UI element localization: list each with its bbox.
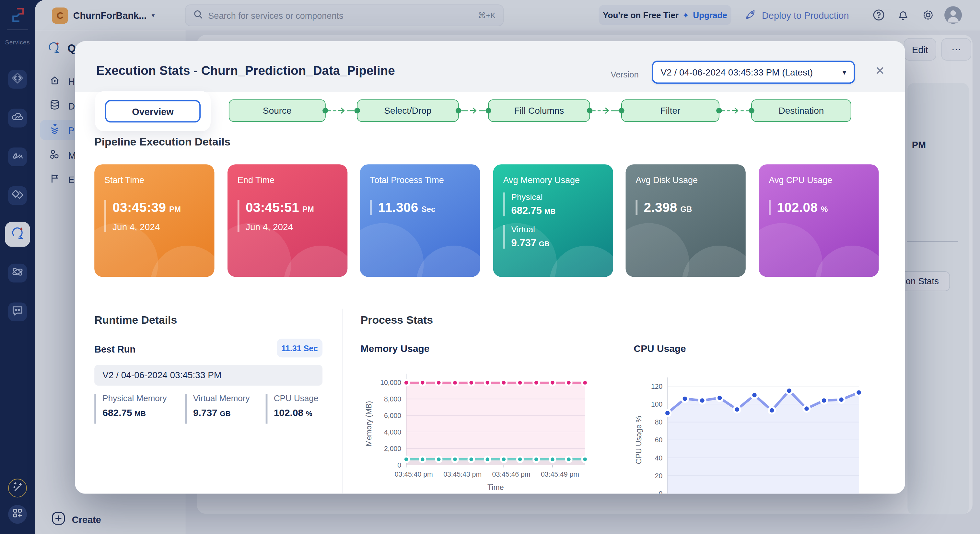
arrow-icon — [337, 107, 345, 114]
svg-text:120: 120 — [651, 383, 662, 390]
end-time-value: 03:45:51 — [246, 200, 299, 214]
end-date: Jun 4, 2024 — [246, 222, 337, 232]
svg-text:6,000: 6,000 — [384, 412, 401, 419]
start-date: Jun 4, 2024 — [113, 222, 204, 232]
best-run-version: V2 / 04-06-2024 03:45:33 PM — [94, 365, 323, 386]
process-time-value: 11.306 — [378, 200, 418, 214]
runtime-stat-physical: Physical Memory 682.75MB — [94, 394, 178, 424]
end-time-card: End Time 03:45:51PM Jun 4, 2024 — [228, 164, 347, 277]
tab-overview[interactable]: Overview — [105, 100, 200, 122]
version-label: Version — [611, 70, 639, 79]
process-stats-heading: Process Stats — [361, 314, 433, 327]
cpu-value: 102.08 — [777, 200, 818, 214]
svg-text:20: 20 — [655, 472, 663, 480]
memory-usage-chart: 02,0004,0006,0008,00010,00003:45:40 pm03… — [363, 366, 600, 494]
step-connector — [722, 106, 749, 115]
start-time-value: 03:45:39 — [113, 200, 166, 214]
step-connector — [592, 106, 619, 115]
svg-text:Time: Time — [487, 483, 504, 491]
best-run-label: Best Run — [94, 344, 135, 354]
version-value: V2 / 04-06-2024 03:45:33 PM (Latest) — [660, 67, 842, 77]
total-process-time-card: Total Process Time 11.306Sec — [360, 164, 480, 277]
cpu-usage-chart: 020406080100120CPU Usage % — [634, 366, 872, 494]
step-fill-columns[interactable]: Fill Columns — [488, 100, 590, 122]
avg-memory-card: Avg Memory Usage Physical 682.75MB Virtu… — [493, 164, 613, 277]
svg-text:4,000: 4,000 — [384, 428, 401, 436]
cpu-chart-title: CPU Usage — [634, 343, 686, 354]
step-connector — [461, 106, 485, 115]
start-time-card: Start Time 03:45:39PM Jun 4, 2024 — [94, 164, 214, 277]
svg-text:60: 60 — [655, 436, 663, 443]
step-select-drop[interactable]: Select/Drop — [357, 100, 458, 122]
step-destination[interactable]: Destination — [751, 100, 851, 122]
arrow-icon — [601, 107, 609, 114]
runtime-details-heading: Runtime Details — [94, 314, 177, 327]
svg-text:03:45:40 pm: 03:45:40 pm — [395, 471, 433, 478]
app-viewport: Services — [0, 0, 980, 534]
svg-text:CPU Usage %: CPU Usage % — [635, 416, 643, 464]
svg-text:0: 0 — [397, 461, 401, 469]
svg-text:100: 100 — [651, 400, 662, 408]
svg-text:8,000: 8,000 — [384, 395, 401, 403]
svg-text:03:45:49 pm: 03:45:49 pm — [541, 471, 579, 478]
step-connector — [328, 106, 354, 115]
avg-disk-card: Avg Disk Usage 2.398GB — [625, 164, 745, 277]
execution-stats-modal: Execution Stats - Churn_Prediction_Data_… — [75, 41, 905, 494]
svg-text:80: 80 — [655, 418, 663, 426]
chevron-down-icon: ▾ — [843, 68, 846, 76]
svg-text:Memory (MB): Memory (MB) — [364, 401, 373, 447]
step-filter[interactable]: Filter — [621, 100, 719, 122]
arrow-icon — [731, 107, 739, 114]
step-source[interactable]: Source — [229, 100, 326, 122]
modal-title: Execution Stats - Churn_Prediction_Data_… — [96, 64, 395, 78]
section-title: Pipeline Execution Details — [94, 135, 231, 149]
close-button[interactable]: ✕ — [875, 64, 885, 78]
svg-text:0: 0 — [659, 490, 662, 494]
runtime-stat-virtual: Virtual Memory 9.737GB — [185, 394, 259, 424]
svg-text:10,000: 10,000 — [380, 379, 401, 386]
best-run-time-badge: 11.31 Sec — [277, 339, 323, 358]
svg-text:2,000: 2,000 — [384, 445, 401, 452]
memory-chart-title: Memory Usage — [361, 343, 430, 354]
svg-text:03:45:43 pm: 03:45:43 pm — [443, 471, 482, 478]
arrow-icon — [469, 107, 477, 114]
tab-holder: Overview — [95, 91, 211, 131]
avg-cpu-card: Avg CPU Usage 102.08% — [759, 164, 878, 277]
disk-value: 2.398 — [644, 200, 677, 214]
svg-text:40: 40 — [655, 454, 663, 462]
version-select[interactable]: V2 / 04-06-2024 03:45:33 PM (Latest) ▾ — [652, 60, 855, 84]
svg-text:03:45:46 pm: 03:45:46 pm — [492, 471, 530, 478]
runtime-stat-cpu: CPU Usage 102.08% — [266, 394, 323, 424]
divider — [342, 309, 342, 494]
